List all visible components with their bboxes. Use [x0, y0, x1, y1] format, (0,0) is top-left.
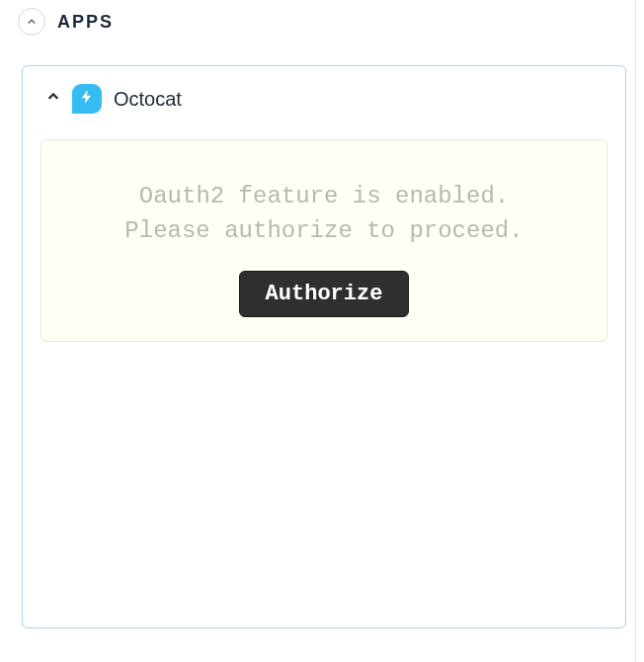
chevron-up-icon: [46, 90, 60, 108]
app-card-header: Octocat: [40, 84, 607, 114]
section-title: APPS: [57, 12, 114, 33]
auth-message: Oauth2 feature is enabled. Please author…: [59, 180, 589, 249]
collapse-card-button[interactable]: [46, 90, 60, 108]
section-header: APPS: [0, 0, 644, 43]
right-divider: [635, 0, 636, 662]
auth-panel: Oauth2 feature is enabled. Please author…: [40, 139, 607, 342]
collapse-section-button[interactable]: [18, 8, 45, 36]
chevron-up-icon: [26, 13, 38, 31]
lightning-icon: [79, 89, 95, 109]
authorize-button[interactable]: Authorize: [239, 271, 410, 317]
app-icon: [72, 84, 102, 114]
app-card: Octocat Oauth2 feature is enabled. Pleas…: [22, 65, 626, 628]
app-name: Octocat: [114, 88, 182, 111]
